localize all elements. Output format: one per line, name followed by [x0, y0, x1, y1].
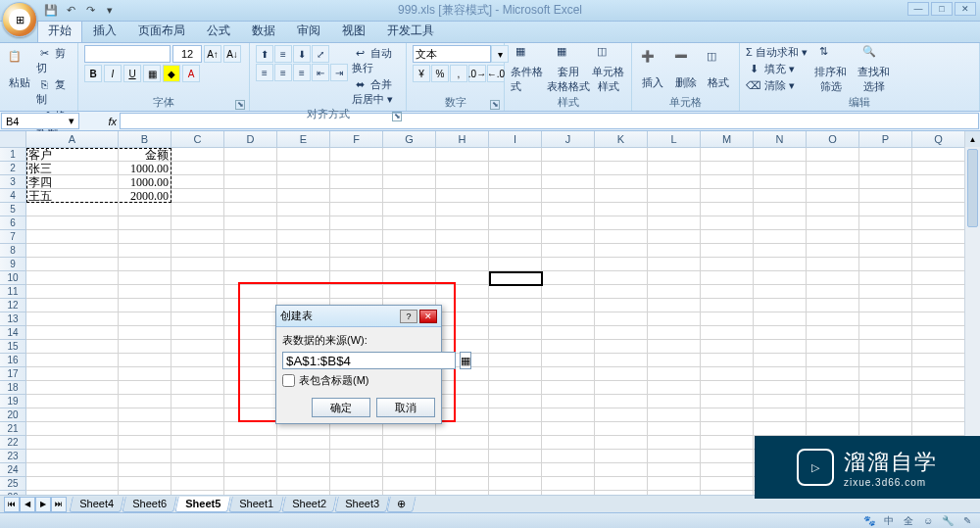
cell[interactable]	[172, 477, 224, 491]
cell[interactable]	[595, 258, 648, 271]
office-button[interactable]: ⊞	[2, 2, 37, 37]
cell[interactable]	[807, 395, 859, 408]
cell-styles-button[interactable]: ◫单元格 样式	[592, 45, 626, 94]
cell[interactable]	[119, 395, 172, 408]
cell[interactable]	[701, 189, 754, 203]
cell[interactable]	[383, 148, 436, 162]
cell[interactable]	[26, 244, 119, 258]
cell[interactable]	[595, 230, 648, 244]
cell[interactable]	[754, 271, 807, 285]
row-header[interactable]: 23	[0, 450, 26, 463]
cell[interactable]	[436, 422, 489, 436]
cell[interactable]	[383, 258, 436, 271]
align-bot-button[interactable]: ⬇	[293, 45, 311, 63]
cell[interactable]	[807, 175, 859, 189]
cut-button[interactable]: ✂ 剪切	[36, 45, 72, 75]
cell[interactable]	[754, 258, 807, 271]
cell[interactable]	[859, 285, 912, 299]
cell[interactable]	[859, 162, 912, 175]
cell[interactable]	[26, 258, 119, 271]
cell[interactable]	[489, 367, 542, 381]
cell[interactable]	[26, 230, 119, 244]
cell[interactable]	[436, 230, 489, 244]
cell[interactable]	[542, 285, 595, 299]
status-icon[interactable]: 中	[882, 514, 896, 528]
cell[interactable]	[859, 203, 912, 216]
row-header[interactable]: 20	[0, 408, 26, 422]
row-header[interactable]: 4	[0, 189, 26, 203]
cell[interactable]	[595, 367, 648, 381]
cell[interactable]	[912, 395, 965, 408]
cell[interactable]	[489, 189, 542, 203]
ok-button[interactable]: 确定	[312, 398, 370, 417]
cell[interactable]	[172, 299, 224, 312]
cell[interactable]	[277, 244, 330, 258]
dialog-help-button[interactable]: ?	[400, 310, 417, 323]
cell[interactable]	[912, 162, 965, 175]
cell[interactable]	[807, 148, 859, 162]
redo-icon[interactable]: ↷	[82, 3, 98, 19]
cell[interactable]	[277, 477, 330, 491]
sheet-tab[interactable]: Sheet4	[69, 497, 123, 512]
cell[interactable]	[912, 285, 965, 299]
cell[interactable]	[26, 340, 119, 354]
cell[interactable]	[542, 299, 595, 312]
cell[interactable]	[383, 477, 436, 491]
cell[interactable]	[859, 422, 912, 436]
cell[interactable]	[701, 436, 754, 450]
cell[interactable]	[119, 463, 172, 477]
cell[interactable]	[489, 258, 542, 271]
cell[interactable]	[859, 354, 912, 367]
cell[interactable]	[224, 395, 277, 408]
cell[interactable]	[224, 230, 277, 244]
dialog-close-button[interactable]: ✕	[419, 310, 437, 323]
cell[interactable]	[224, 203, 277, 216]
italic-button[interactable]: I	[104, 65, 122, 82]
cell[interactable]	[807, 271, 859, 285]
cell[interactable]	[277, 148, 330, 162]
cell[interactable]	[277, 189, 330, 203]
tab-pagelayout[interactable]: 页面布局	[127, 19, 196, 42]
cell[interactable]	[489, 408, 542, 422]
cell[interactable]	[648, 450, 701, 463]
cell[interactable]	[489, 381, 542, 395]
cell[interactable]	[489, 216, 542, 230]
cell[interactable]	[172, 230, 224, 244]
cell[interactable]	[648, 203, 701, 216]
cell[interactable]	[383, 285, 436, 299]
cell[interactable]	[542, 175, 595, 189]
cell[interactable]	[912, 271, 965, 285]
cell[interactable]	[701, 463, 754, 477]
cell[interactable]	[648, 436, 701, 450]
col-header[interactable]: L	[648, 131, 701, 147]
row-header[interactable]: 19	[0, 395, 26, 408]
cell[interactable]	[383, 175, 436, 189]
row-header[interactable]: 16	[0, 354, 26, 367]
sheet-nav-prev[interactable]: ◀	[20, 497, 35, 512]
status-icon[interactable]: ✎	[960, 514, 974, 528]
cell[interactable]	[224, 244, 277, 258]
cell[interactable]	[489, 340, 542, 354]
cell[interactable]	[595, 285, 648, 299]
cell[interactable]	[26, 285, 119, 299]
sheet-tab[interactable]: Sheet3	[334, 497, 389, 512]
scroll-thumb[interactable]	[967, 149, 978, 227]
shrink-font-button[interactable]: A↓	[223, 45, 241, 63]
cell[interactable]	[277, 175, 330, 189]
cell[interactable]	[807, 258, 859, 271]
delete-button[interactable]: ➖删除	[671, 45, 701, 94]
cell[interactable]	[224, 436, 277, 450]
col-header[interactable]: E	[277, 131, 330, 147]
sheet-nav-last[interactable]: ⏭	[51, 497, 67, 512]
cell[interactable]	[595, 477, 648, 491]
cell[interactable]	[754, 230, 807, 244]
cell[interactable]	[542, 326, 595, 340]
grow-font-button[interactable]: A↑	[204, 45, 221, 63]
cell[interactable]	[912, 189, 965, 203]
insert-button[interactable]: ➕插入	[638, 45, 667, 94]
cell[interactable]	[172, 408, 224, 422]
cell[interactable]	[648, 148, 701, 162]
cell[interactable]	[489, 244, 542, 258]
find-select-button[interactable]: 🔍查找和 选择	[855, 45, 894, 94]
tab-view[interactable]: 视图	[331, 19, 376, 42]
